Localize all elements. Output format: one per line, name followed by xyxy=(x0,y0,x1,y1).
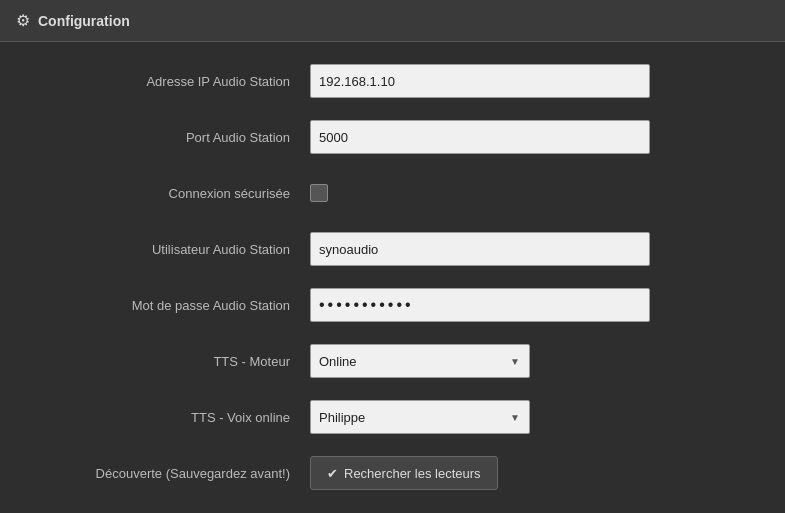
configuration-window: ⚙ Configuration Adresse IP Audio Station… xyxy=(0,0,785,513)
tts-engine-row: TTS - Moteur Online Offline xyxy=(30,342,755,380)
tts-engine-select[interactable]: Online Offline xyxy=(310,344,530,378)
discover-button-icon: ✔ xyxy=(327,466,338,481)
tts-voice-label: TTS - Voix online xyxy=(30,410,310,425)
tts-engine-label: TTS - Moteur xyxy=(30,354,310,369)
tts-engine-wrapper: Online Offline xyxy=(310,344,530,378)
username-row: Utilisateur Audio Station xyxy=(30,230,755,268)
window-title: Configuration xyxy=(38,13,130,29)
discovery-label: Découverte (Sauvegardez avant!) xyxy=(30,466,310,481)
secure-connection-row: Connexion sécurisée xyxy=(30,174,755,212)
username-label: Utilisateur Audio Station xyxy=(30,242,310,257)
secure-connection-label: Connexion sécurisée xyxy=(30,186,310,201)
title-bar: ⚙ Configuration xyxy=(0,0,785,42)
form-content: Adresse IP Audio Station Port Audio Stat… xyxy=(0,42,785,513)
discover-button-label: Rechercher les lecteurs xyxy=(344,466,481,481)
password-row: Mot de passe Audio Station xyxy=(30,286,755,324)
port-row: Port Audio Station xyxy=(30,118,755,156)
gear-icon: ⚙ xyxy=(16,11,30,30)
port-label: Port Audio Station xyxy=(30,130,310,145)
password-label: Mot de passe Audio Station xyxy=(30,298,310,313)
tts-voice-row: TTS - Voix online Philippe Juliette Thom… xyxy=(30,398,755,436)
ip-address-label: Adresse IP Audio Station xyxy=(30,74,310,89)
secure-connection-checkbox[interactable] xyxy=(310,184,328,202)
discover-button[interactable]: ✔ Rechercher les lecteurs xyxy=(310,456,498,490)
discovery-row: Découverte (Sauvegardez avant!) ✔ Recher… xyxy=(30,454,755,492)
ip-address-input[interactable] xyxy=(310,64,650,98)
ip-address-row: Adresse IP Audio Station xyxy=(30,62,755,100)
tts-voice-wrapper: Philippe Juliette Thomas xyxy=(310,400,530,434)
port-input[interactable] xyxy=(310,120,650,154)
username-input[interactable] xyxy=(310,232,650,266)
tts-voice-select[interactable]: Philippe Juliette Thomas xyxy=(310,400,530,434)
password-input[interactable] xyxy=(310,288,650,322)
